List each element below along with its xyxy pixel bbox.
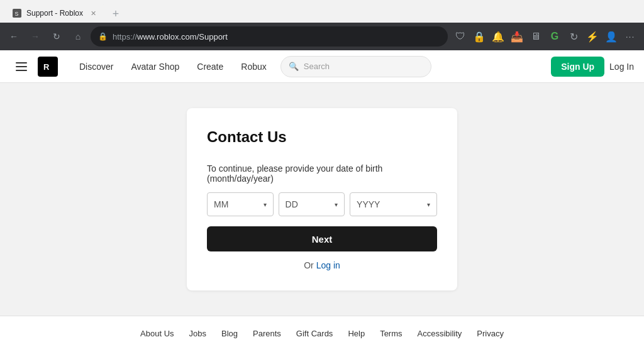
search-box[interactable]: 🔍 Search — [280, 56, 431, 77]
refresh-button[interactable]: ↻ — [48, 28, 65, 45]
contact-card: Contact Us To continue, please provide y… — [187, 108, 457, 290]
login-button[interactable]: Log In — [609, 62, 634, 72]
signup-button[interactable]: Sign Up — [551, 57, 604, 77]
roblox-logo[interactable]: R — [38, 57, 58, 77]
new-tab-button[interactable]: + — [107, 5, 125, 23]
day-select[interactable]: DD ▾ — [279, 192, 345, 216]
year-label: YYYY — [357, 199, 423, 209]
browser-tabs: S Support - Roblox ✕ + — [0, 0, 644, 23]
home-button[interactable]: ⌂ — [69, 28, 87, 45]
footer: About Us Jobs Blog Parents Gift Cards He… — [0, 316, 644, 342]
day-arrow-icon: ▾ — [335, 201, 338, 208]
tab-close-icon[interactable]: ✕ — [88, 8, 98, 18]
menu-icon[interactable] — [10, 55, 33, 78]
footer-jobs[interactable]: Jobs — [189, 329, 206, 338]
or-login: Or Log in — [207, 260, 437, 270]
address-bar[interactable]: 🔒 https://www.roblox.com/Support — [91, 26, 448, 47]
toolbar-icons: 🛡 🔒 🔔 📥 🖥 G ↻ ⚡ 👤 ··· — [452, 28, 639, 45]
svg-text:R: R — [43, 62, 50, 72]
footer-privacy[interactable]: Privacy — [477, 329, 504, 338]
address-text: https://www.roblox.com/Support — [113, 32, 228, 41]
lock-icon: 🔒 — [98, 32, 108, 41]
month-select[interactable]: MM ▾ — [207, 192, 274, 216]
card-inner: To continue, please provide your date of… — [207, 163, 437, 270]
login-link[interactable]: Log in — [316, 260, 340, 270]
extension-icon-7[interactable]: ↻ — [565, 28, 582, 45]
top-nav: R Discover Avatar Shop Create Robux 🔍 Se… — [0, 50, 644, 83]
svg-rect-2 — [16, 62, 27, 63]
browser-toolbar: ← → ↻ ⌂ 🔒 https://www.roblox.com/Support… — [0, 23, 644, 50]
extension-icon-8[interactable]: ⚡ — [584, 28, 601, 45]
svg-rect-4 — [16, 70, 27, 71]
extension-icon-1[interactable]: 🛡 — [452, 28, 469, 45]
day-label: DD — [286, 199, 331, 209]
month-arrow-icon: ▾ — [264, 201, 267, 208]
extension-icon-6[interactable]: G — [546, 28, 564, 45]
tab-favicon: S — [13, 9, 21, 18]
page: R Discover Avatar Shop Create Robux 🔍 Se… — [0, 50, 644, 342]
year-arrow-icon: ▾ — [427, 201, 430, 208]
svg-text:S: S — [15, 11, 19, 17]
footer-gift-cards[interactable]: Gift Cards — [296, 329, 333, 338]
active-tab[interactable]: S Support - Roblox ✕ — [5, 4, 106, 23]
nav-right: Sign Up Log In — [551, 57, 634, 77]
more-options-icon[interactable]: ··· — [621, 28, 639, 45]
search-placeholder: Search — [304, 62, 330, 71]
extension-icon-3[interactable]: 🔔 — [489, 28, 507, 45]
nav-create[interactable]: Create — [188, 50, 232, 83]
extension-icon-5[interactable]: 🖥 — [527, 28, 545, 45]
extension-icon-4[interactable]: 📥 — [508, 28, 526, 45]
svg-rect-3 — [16, 66, 27, 67]
dob-label: To continue, please provide your date of… — [207, 163, 437, 184]
extension-icon-2[interactable]: 🔒 — [470, 28, 488, 45]
nav-avatar-shop[interactable]: Avatar Shop — [122, 50, 188, 83]
or-text: Or — [304, 260, 314, 270]
nav-links: Discover Avatar Shop Create Robux — [70, 50, 275, 83]
footer-links: About Us Jobs Blog Parents Gift Cards He… — [140, 329, 504, 338]
next-button[interactable]: Next — [207, 226, 437, 251]
forward-button[interactable]: → — [26, 28, 44, 45]
page-title: Contact Us — [207, 128, 437, 146]
footer-help[interactable]: Help — [348, 329, 365, 338]
back-button[interactable]: ← — [5, 28, 23, 45]
browser-chrome: S Support - Roblox ✕ + — [0, 0, 644, 23]
footer-accessibility[interactable]: Accessibility — [418, 329, 462, 338]
footer-about[interactable]: About Us — [140, 329, 174, 338]
dob-selects: MM ▾ DD ▾ YYYY ▾ — [207, 192, 437, 216]
search-icon: 🔍 — [289, 62, 299, 71]
nav-discover[interactable]: Discover — [70, 50, 122, 83]
footer-blog[interactable]: Blog — [221, 329, 238, 338]
footer-terms[interactable]: Terms — [380, 329, 402, 338]
main-content: Contact Us To continue, please provide y… — [0, 83, 644, 316]
year-select[interactable]: YYYY ▾ — [350, 192, 437, 216]
profile-icon[interactable]: 👤 — [602, 28, 620, 45]
month-label: MM — [214, 199, 260, 209]
nav-robux[interactable]: Robux — [232, 50, 275, 83]
footer-parents[interactable]: Parents — [253, 329, 281, 338]
tab-title: Support - Roblox — [26, 9, 83, 18]
